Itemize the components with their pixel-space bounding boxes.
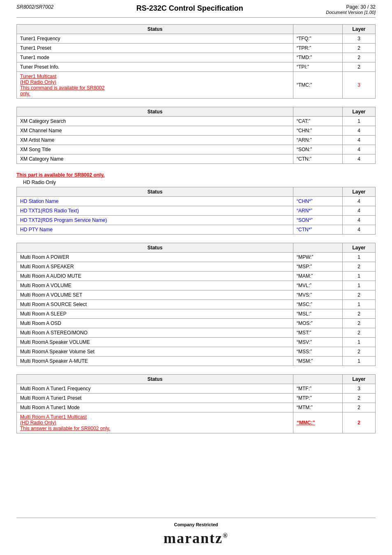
col-code-4	[293, 243, 343, 253]
table-row: Multi Room A SLEEP “MSL:” 2	[17, 309, 376, 319]
row-status: Multi Room A SOURCE Select	[17, 300, 293, 309]
row-layer: 4	[343, 225, 376, 235]
row-layer: 2	[343, 62, 376, 72]
col-code-1	[293, 25, 343, 34]
table-row: XM Artist Name “ARN:” 4	[17, 136, 376, 145]
doc-version: Document Version [1.00]	[326, 10, 376, 15]
brand-name: marantz	[164, 530, 223, 546]
table-row: Multi Room A OSD “MOS:” 2	[17, 319, 376, 328]
row-status: Multi Room A POWER	[17, 253, 293, 262]
row-layer: 2	[343, 44, 376, 53]
row-code: “MSL:”	[293, 309, 343, 319]
row-layer: 1	[343, 338, 376, 347]
table-row: Multi Room A Tuner1 Preset “MTP:” 2	[17, 394, 376, 403]
row-code: “TMC:”	[293, 72, 343, 99]
row-layer: 2	[343, 394, 376, 403]
row-layer: 3	[343, 384, 376, 394]
row-code: “MTP:”	[293, 394, 343, 403]
row-status: HD TXT1(RDS Radio Text)	[17, 206, 293, 216]
row-status: Multi Room A VOLUME SET	[17, 290, 293, 300]
table-row: Multi RoomA Speaker VOLUME “MSV:” 1	[17, 338, 376, 347]
table-row: Multi Room A VOLUME “MVL:” 1	[17, 281, 376, 290]
row-code: “MOS:”	[293, 319, 343, 328]
row-status: Multi Room A Tuner1 Mode	[17, 403, 293, 412]
table-row: Tuner1 Frequency “TFQ:” 3	[17, 34, 376, 44]
row-layer: 3	[343, 72, 376, 99]
row-code: “MAM:”	[293, 272, 343, 281]
row-status: Multi Room A STEREO/MONO	[17, 328, 293, 338]
row-code: “SON:”	[293, 145, 343, 154]
row-status: Tuner1 Preset	[17, 44, 293, 53]
table-row: Multi Room A VOLUME SET “MVS:” 2	[17, 290, 376, 300]
table-row: XM Channel Name “CHN:” 4	[17, 126, 376, 136]
col-layer-1: Layer	[343, 25, 376, 34]
xm-status-table: Status Layer XM Category Search “CAT:” 1…	[16, 107, 376, 164]
row-status: Multi RoomA Speaker A-MUTE	[17, 357, 293, 366]
col-status-2: Status	[17, 107, 293, 117]
row-status: XM Category Search	[17, 117, 293, 126]
multi-room-a-section: Status Layer Multi Room A POWER “MPW:” 1…	[16, 243, 376, 366]
row-code: “MSP:”	[293, 262, 343, 272]
row-layer: 2	[343, 403, 376, 412]
row-code: “TFQ:”	[293, 34, 343, 44]
table-row: Multi RoomA Speaker A-MUTE “MSM:” 1	[17, 357, 376, 366]
row-status: Multi RoomA Speaker Volume Set	[17, 347, 293, 357]
row-code: “MSV:”	[293, 338, 343, 347]
row-layer: 2	[343, 290, 376, 300]
marantz-logo: marantz®	[16, 530, 376, 547]
row-status: XM Category Name	[17, 154, 293, 164]
row-status: Multi RoomA Speaker VOLUME	[17, 338, 293, 347]
row-code: “TMD:”	[293, 53, 343, 62]
row-code: “MST:”	[293, 328, 343, 338]
row-layer: 4	[343, 126, 376, 136]
xm-status-section: Status Layer XM Category Search “CAT:” 1…	[16, 107, 376, 164]
col-status-5: Status	[17, 375, 293, 384]
row-layer: 4	[343, 145, 376, 154]
multi-room-tuner-section: Status Layer Multi Room A Tuner1 Frequen…	[16, 374, 376, 433]
row-layer: 4	[343, 216, 376, 225]
row-status: Tuner Preset Info.	[17, 62, 293, 72]
row-layer: 3	[343, 34, 376, 44]
row-status: XM Song Title	[17, 145, 293, 154]
col-status-4: Status	[17, 243, 293, 253]
multi-room-tuner-table: Status Layer Multi Room A Tuner1 Frequen…	[16, 374, 376, 433]
row-status: Multi Room A OSD	[17, 319, 293, 328]
row-code: “MTF:”	[293, 384, 343, 394]
col-status-1: Status	[17, 25, 293, 34]
row-code: “SON*”	[293, 216, 343, 225]
sr8002-section: This part is available for SR8002 only. …	[16, 172, 376, 235]
model-label: SR8002/SR7002	[16, 4, 53, 10]
row-layer: 2	[343, 319, 376, 328]
row-layer: 1	[343, 117, 376, 126]
row-code: “TPR:”	[293, 44, 343, 53]
table-row: Multi Room A SOURCE Select “MSC:” 1	[17, 300, 376, 309]
table-row: Multi Room A AUDIO MUTE “MAM:” 1	[17, 272, 376, 281]
row-status: Multi Room A Tuner1 Frequency	[17, 384, 293, 394]
tuner-status-table: Status Layer Tuner1 Frequency “TFQ:” 3 T…	[16, 24, 376, 99]
row-layer: 2	[343, 262, 376, 272]
multi-room-a-table: Status Layer Multi Room A POWER “MPW:” 1…	[16, 243, 376, 366]
col-layer-4: Layer	[343, 243, 376, 253]
multicast-label: Tuner1 Multicast(HD Radio Only)This comm…	[20, 74, 104, 97]
row-layer: 1	[343, 272, 376, 281]
table-row: HD TXT1(RDS Radio Text) “ARN*” 4	[17, 206, 376, 216]
table-row: Multi Room A POWER “MPW:” 1	[17, 253, 376, 262]
row-layer: 4	[343, 197, 376, 206]
table-row: Tuner1 Preset “TPR:” 2	[17, 44, 376, 53]
row-status: XM Artist Name	[17, 136, 293, 145]
row-status: HD PTY Name	[17, 225, 293, 235]
col-status-3: Status	[17, 187, 293, 197]
row-code: “CTN*”	[293, 225, 343, 235]
row-code: “MSC:”	[293, 300, 343, 309]
page-info: Page: 30 / 32 Document Version [1.00]	[326, 4, 376, 15]
row-layer: 2	[343, 309, 376, 319]
col-code-2	[293, 107, 343, 117]
table-row: XM Song Title “SON:” 4	[17, 145, 376, 154]
table-row: Multi Room A STEREO/MONO “MST:” 2	[17, 328, 376, 338]
col-code-5	[293, 375, 343, 384]
page-header: SR8002/SR7002 RS-232C Control Specificat…	[16, 0, 376, 18]
footer-restricted: Company Restricted	[16, 522, 376, 527]
sr8002-note: This part is available for SR8002 only.	[16, 172, 376, 178]
row-code: “MVS:”	[293, 290, 343, 300]
col-layer-5: Layer	[343, 375, 376, 384]
